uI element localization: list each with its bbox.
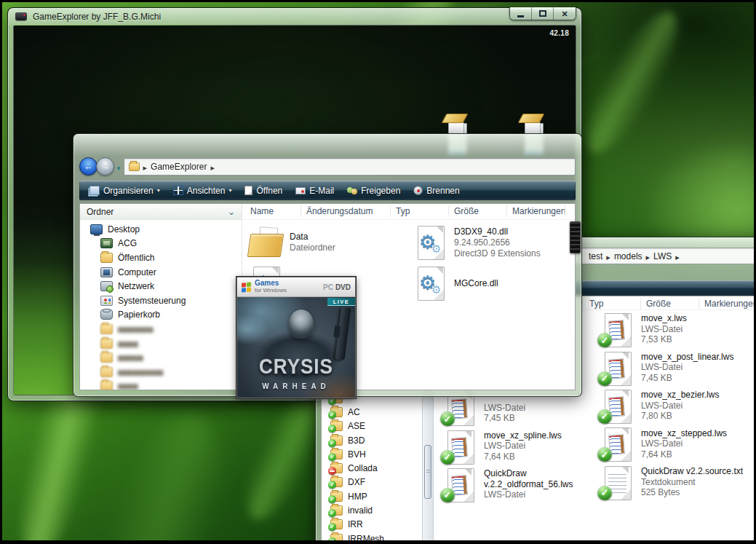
breadcrumb-arrow-icon[interactable] xyxy=(606,250,610,263)
folder-tab-icon xyxy=(518,114,545,123)
tree-item-label: invalid xyxy=(348,505,373,516)
file-tile[interactable]: move_xz_stepped.lws LWS-Datei 7,64 KB xyxy=(600,425,756,462)
toolbar-button-label: Öffnen xyxy=(256,186,282,196)
format-folder-item[interactable]: BVH xyxy=(322,447,422,461)
breadcrumb-item[interactable]: test xyxy=(589,251,602,261)
cover-artwork: CRYSIS WARHEAD xyxy=(237,297,355,398)
tree-item-label: DXF xyxy=(348,477,365,487)
format-folder-item[interactable]: ASE xyxy=(322,419,422,433)
tree-item[interactable]: Öffentlich xyxy=(80,251,242,265)
breadcrumb-arrow-icon[interactable] xyxy=(210,160,215,173)
format-folder-item[interactable]: DXF xyxy=(322,476,422,489)
breadcrumb-arrow-icon[interactable] xyxy=(646,250,650,263)
toolbar-button[interactable]: Öffnen xyxy=(239,184,288,198)
file-tile[interactable]: QuickDraw v.2.2_oldformat_56.lws LWS-Dat… xyxy=(442,465,597,503)
toolbar-button[interactable]: Brennen xyxy=(407,184,465,198)
toolbar-button[interactable]: Freigeben xyxy=(341,184,406,198)
tree-item-label: Desktop xyxy=(108,224,140,234)
tree-item[interactable]: ▆▆▆▆▆▆▆▆▆ xyxy=(80,365,242,379)
file-tile[interactable]: move_x.lws LWS-Datei 7,53 KB xyxy=(600,310,756,348)
scrollbar-thumb[interactable] xyxy=(424,445,431,499)
format-folder-item[interactable]: B3D xyxy=(322,433,422,447)
format-folder-item[interactable]: HMP xyxy=(322,489,422,503)
tree-item[interactable]: Desktop xyxy=(80,222,242,237)
forward-button[interactable]: → xyxy=(96,157,114,176)
file-name: move_x.lws xyxy=(641,313,687,324)
format-folder-item[interactable]: invalid xyxy=(322,503,422,517)
tree-item[interactable]: ACG xyxy=(80,237,242,251)
file-size: 525 Bytes xyxy=(641,487,743,498)
back-button[interactable]: ← xyxy=(79,157,98,176)
tree-item[interactable]: ▆▆▆▆▆▆▆ xyxy=(80,322,242,336)
lws-file-icon xyxy=(600,312,634,346)
toolbar-button[interactable]: Organisieren ▾ xyxy=(84,184,166,198)
crysis-warhead-box-art[interactable]: Games for Windows PC DVD LIVE CRYSIS WAR… xyxy=(236,277,356,398)
file-tile[interactable]: MGCore.dll xyxy=(410,263,576,304)
file-type: LWS-Datei xyxy=(641,362,733,373)
folders-band[interactable]: Ordner xyxy=(80,204,242,220)
format-folder-item[interactable]: Collada xyxy=(322,461,422,475)
file-tile[interactable]: move_x_post_linear.lws LWS-Datei 7,45 KB xyxy=(600,348,756,386)
windows-flag-icon xyxy=(242,282,251,292)
maximize-button[interactable] xyxy=(532,7,554,20)
tree-item-label: HMP xyxy=(348,492,367,502)
soldier-head-art xyxy=(289,310,314,339)
tree-item[interactable]: ▆▆▆▆ xyxy=(80,379,242,390)
breadcrumb-arrow-icon[interactable] xyxy=(675,250,680,263)
breadcrumb-item[interactable]: LWS xyxy=(653,251,672,261)
desktop: GameExplorer by JFF_B.G.Michi 42.18 test… xyxy=(0,0,756,544)
file-size: 7,80 KB xyxy=(641,411,719,422)
game-explorer-app-icon xyxy=(15,12,27,20)
address-bar[interactable]: GameExplorer xyxy=(124,158,576,176)
column-header-typ[interactable]: Typ xyxy=(396,206,410,216)
game-explorer-titlebar[interactable]: GameExplorer by JFF_B.G.Michi xyxy=(8,8,581,25)
format-folder-item[interactable]: IRR xyxy=(322,518,422,532)
breadcrumb-arrow-icon[interactable] xyxy=(143,160,148,173)
file-tile[interactable]: Data Dateiordner xyxy=(245,222,410,263)
column-header-typ[interactable]: Typ xyxy=(589,299,603,309)
column-header-groesse[interactable]: Größe xyxy=(646,299,671,309)
folder-icon xyxy=(100,381,113,390)
breadcrumb-item[interactable]: models xyxy=(614,251,642,261)
chevron-down-icon: ▾ xyxy=(157,187,160,194)
column-header-row: Name Änderungsdatum Typ Größe Markierung… xyxy=(242,204,575,220)
brand-text: Games for Windows xyxy=(255,280,287,294)
svn-status-icon xyxy=(328,425,336,433)
column-header-aenderungsdatum[interactable]: Änderungsdatum xyxy=(306,206,373,216)
file-tile[interactable]: QuickDraw v2.2.source.txt Textdokument 5… xyxy=(600,463,756,501)
file-tile[interactable]: move_xz_spline.lws LWS-Datei 7,64 KB xyxy=(442,427,597,465)
live-badge: LIVE xyxy=(327,298,355,306)
file-tile[interactable]: move_xz_bezier.lws LWS-Datei 7,80 KB xyxy=(600,387,756,425)
svn-status-icon xyxy=(440,450,455,465)
tree-item[interactable]: ▆▆▆▆ xyxy=(80,336,242,351)
toolbar-button-label: Ansichten xyxy=(187,186,226,196)
breadcrumb-item[interactable]: GameExplorer xyxy=(151,162,207,172)
tree-item[interactable]: Systemsteuerung xyxy=(80,293,242,308)
file-tile[interactable]: D3DX9_40.dll 9.24.950.2656 Direct3D 9 Ex… xyxy=(410,222,576,263)
lws-file-icon xyxy=(442,468,477,501)
tree-item[interactable]: ▆▆▆▆▆ xyxy=(80,350,242,365)
folder-icon xyxy=(330,505,343,516)
recent-pages-chevron-icon[interactable] xyxy=(117,160,121,173)
tree-item[interactable]: Netzwerk xyxy=(80,279,242,293)
file-name: move_xz_stepped.lws xyxy=(641,428,727,439)
file-type: LWS-Datei xyxy=(641,401,719,411)
format-folder-item[interactable]: AC xyxy=(322,405,422,419)
tree-item[interactable]: Papierkorb xyxy=(80,308,242,323)
chevron-down-icon[interactable] xyxy=(228,207,235,217)
column-header-markierungen[interactable]: Markierungen xyxy=(704,299,756,309)
folder-icon xyxy=(100,352,113,363)
toolbar-button[interactable]: Ansichten ▾ xyxy=(167,184,238,198)
close-button[interactable] xyxy=(554,7,576,20)
column-header-name[interactable]: Name xyxy=(250,206,274,216)
tree-item[interactable]: Computer xyxy=(80,265,242,280)
wallpaper-streak xyxy=(570,2,694,165)
file-type: LWS-Datei xyxy=(484,441,562,452)
lws-file-icon xyxy=(600,427,634,460)
lws-file-icon xyxy=(442,430,477,463)
toolbar-button[interactable]: E-Mail xyxy=(290,184,340,198)
column-header-groesse[interactable]: Größe xyxy=(454,206,479,216)
file-size: 7,64 KB xyxy=(641,449,727,460)
column-header-markierungen[interactable]: Markierungen xyxy=(512,206,565,216)
minimize-button[interactable] xyxy=(510,7,532,20)
